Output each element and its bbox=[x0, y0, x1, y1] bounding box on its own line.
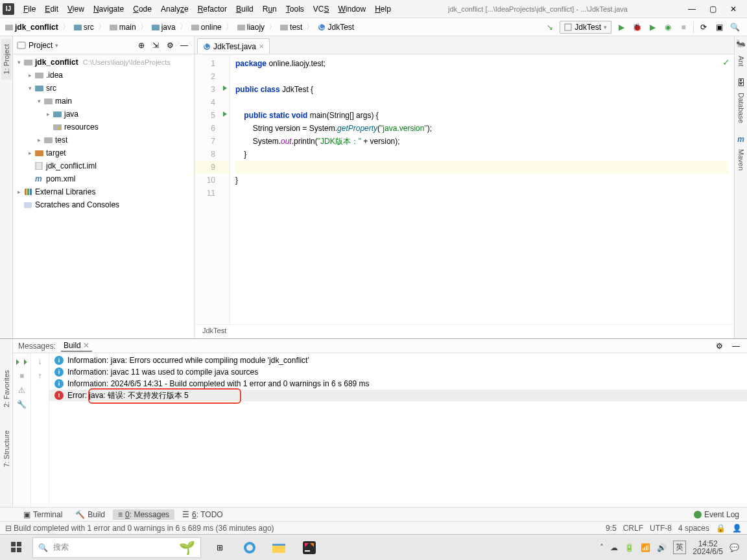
gutter[interactable]: 1234567891011 bbox=[195, 54, 230, 324]
tool-eventlog[interactable]: Event Log bbox=[689, 509, 744, 520]
tool-build[interactable]: 🔨Build bbox=[70, 509, 110, 520]
menu-navigate[interactable]: Navigate bbox=[89, 3, 128, 15]
expand-icon[interactable]: ↓ bbox=[38, 357, 42, 366]
code-content[interactable]: package online.liaojy.test; public class… bbox=[230, 54, 734, 324]
message-row[interactable]: iInformation: java: Errors occurred whil… bbox=[49, 355, 747, 366]
hide-icon[interactable]: — bbox=[730, 340, 742, 352]
run-config-select[interactable]: JdkTest ▾ bbox=[560, 21, 611, 34]
chevron-down-icon[interactable]: ▾ bbox=[55, 42, 58, 49]
minimize-button[interactable]: — bbox=[687, 5, 696, 14]
crumb-main[interactable]: main bbox=[107, 23, 139, 32]
menu-tools[interactable]: Tools bbox=[282, 3, 308, 15]
menu-view[interactable]: View bbox=[64, 3, 88, 15]
gear-icon[interactable]: ⚙ bbox=[713, 340, 725, 352]
run-gutter-icon[interactable] bbox=[223, 86, 227, 91]
rail-maven[interactable]: Maven bbox=[736, 144, 746, 176]
menu-help[interactable]: Help bbox=[371, 3, 395, 15]
crumb-liaojy[interactable]: liaojy bbox=[235, 23, 267, 32]
settings-button[interactable]: ⚙ bbox=[164, 40, 176, 51]
maximize-button[interactable]: ▢ bbox=[708, 5, 717, 14]
project-tree[interactable]: ▾jdk_conflictC:\Users\liaojy\IdeaProject… bbox=[13, 54, 194, 338]
build-button[interactable]: ↘ bbox=[544, 21, 556, 33]
crumb-java[interactable]: java bbox=[149, 23, 178, 32]
stop-icon[interactable]: ■ bbox=[19, 371, 24, 380]
update-button[interactable]: ⟳ bbox=[698, 21, 709, 33]
onedrive-icon[interactable]: ☁ bbox=[610, 543, 618, 552]
search-everywhere-button[interactable]: 🔍 bbox=[729, 21, 741, 33]
hide-button[interactable]: — bbox=[178, 40, 190, 51]
inspection-ok-icon[interactable]: ✓ bbox=[722, 57, 730, 67]
inspector-icon[interactable]: 👤 bbox=[732, 524, 742, 533]
messages-build-tab[interactable]: Build ✕ bbox=[61, 340, 92, 352]
battery-icon[interactable]: 🔋 bbox=[624, 543, 634, 552]
task-view-icon[interactable]: ⊞ bbox=[206, 536, 233, 559]
clock[interactable]: 14:522024/6/5 bbox=[693, 540, 723, 555]
select-opened-button[interactable]: ⊕ bbox=[136, 40, 147, 51]
indent-info[interactable]: 4 spaces bbox=[678, 524, 709, 533]
tool-messages[interactable]: ≡0: Messages bbox=[113, 509, 174, 520]
menu-run[interactable]: Run bbox=[259, 3, 281, 15]
tool-terminal[interactable]: ▣Terminal bbox=[18, 509, 67, 520]
editor-breadcrumb[interactable]: JdkTest bbox=[195, 324, 734, 338]
rail-favorites[interactable]: 2: Favorites bbox=[1, 365, 12, 412]
message-row[interactable]: iInformation: 2024/6/5 14:31 - Build com… bbox=[49, 378, 747, 390]
tools-icon[interactable]: 🔧 bbox=[17, 400, 27, 409]
status-icon[interactable]: ⊟ bbox=[5, 524, 12, 533]
volume-icon[interactable]: 🔊 bbox=[657, 543, 667, 552]
crumb-test[interactable]: test bbox=[278, 23, 305, 32]
search-placeholder: 搜索 bbox=[53, 542, 69, 553]
wifi-icon[interactable]: 📶 bbox=[641, 543, 650, 552]
ant-icon[interactable]: 🐜 bbox=[736, 39, 746, 48]
caret-position[interactable]: 9:5 bbox=[606, 524, 617, 533]
menu-build[interactable]: Build bbox=[232, 3, 257, 15]
rail-ant[interactable]: Ant bbox=[736, 51, 746, 72]
message-row[interactable]: iInformation: javac 11 was used to compi… bbox=[49, 366, 747, 378]
menu-analyze[interactable]: Analyze bbox=[157, 3, 193, 15]
tool-todo[interactable]: ☰6: TODO bbox=[177, 509, 228, 520]
tab-close-button[interactable]: ✕ bbox=[259, 43, 264, 50]
intellij-taskbar-icon[interactable] bbox=[296, 536, 323, 559]
crumb-online[interactable]: online bbox=[189, 23, 224, 32]
taskbar-search[interactable]: 🔍 搜索 🌱 bbox=[32, 537, 201, 558]
debug-button[interactable]: 🐞 bbox=[631, 21, 643, 33]
search-icon: 🔍 bbox=[38, 543, 48, 552]
file-encoding[interactable]: UTF-8 bbox=[650, 524, 672, 533]
crumb-src[interactable]: src bbox=[71, 23, 97, 32]
menu-file[interactable]: File bbox=[19, 3, 40, 15]
code-editor[interactable]: 1234567891011 package online.liaojy.test… bbox=[195, 54, 734, 324]
menu-edit[interactable]: Edit bbox=[41, 3, 62, 15]
explorer-icon[interactable] bbox=[266, 536, 293, 559]
stop-button[interactable]: ■ bbox=[678, 21, 689, 33]
readonly-lock-icon[interactable]: 🔒 bbox=[716, 524, 726, 533]
rerun-icon[interactable]: ⏵⏵ bbox=[14, 357, 30, 366]
profile-button[interactable]: ◉ bbox=[662, 21, 674, 33]
line-separator[interactable]: CRLF bbox=[623, 524, 643, 533]
menu-code[interactable]: Code bbox=[129, 3, 156, 15]
run-button[interactable]: ▶ bbox=[615, 21, 627, 33]
crumb-root[interactable]: jdk_conflict bbox=[3, 23, 61, 32]
collapse-icon[interactable]: ↑ bbox=[38, 371, 42, 380]
menu-vcs[interactable]: VCS bbox=[309, 3, 333, 15]
database-icon[interactable]: 🗄 bbox=[737, 78, 745, 88]
warning-icon[interactable]: ⚠ bbox=[18, 386, 25, 395]
rail-project[interactable]: 1: Project bbox=[1, 39, 12, 79]
tab-jdktest[interactable]: C JdkTest.java ✕ bbox=[197, 38, 270, 54]
menu-refactor[interactable]: Refactor bbox=[194, 3, 231, 15]
ide-nav-button[interactable]: ▣ bbox=[713, 21, 725, 33]
notifications-icon[interactable]: 💬 bbox=[729, 543, 739, 552]
rail-database[interactable]: Database bbox=[736, 88, 746, 128]
message-row-error[interactable]: !Error: java: 错误: 不支持发行版本 5 bbox=[49, 390, 747, 401]
maven-rail-icon[interactable]: m bbox=[737, 135, 744, 144]
crumb-class[interactable]: CJdkTest bbox=[315, 23, 357, 32]
close-button[interactable]: ✕ bbox=[729, 5, 738, 14]
menu-window[interactable]: Window bbox=[334, 3, 370, 15]
expand-all-button[interactable]: ⇲ bbox=[150, 40, 161, 51]
messages-list[interactable]: iInformation: java: Errors occurred whil… bbox=[49, 353, 747, 507]
start-button[interactable] bbox=[3, 536, 31, 559]
tray-chevron-icon[interactable]: ˄ bbox=[600, 543, 604, 552]
run-gutter-icon[interactable] bbox=[223, 111, 227, 117]
edge-icon[interactable] bbox=[236, 536, 263, 559]
rail-structure[interactable]: 7: Structure bbox=[1, 425, 12, 472]
ime-indicator[interactable]: 英 bbox=[673, 541, 686, 554]
coverage-button[interactable]: ▶ bbox=[646, 21, 658, 33]
